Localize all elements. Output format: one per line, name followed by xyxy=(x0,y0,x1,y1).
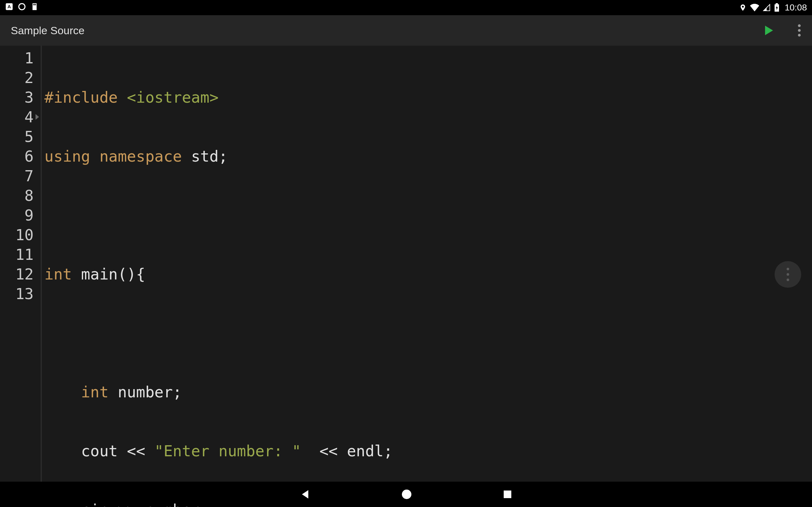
svg-rect-3 xyxy=(33,4,34,5)
token-plain: main(){ xyxy=(72,265,145,283)
sd-card-icon xyxy=(31,3,39,13)
token-plain: cout << xyxy=(81,442,154,460)
svg-point-9 xyxy=(798,24,801,27)
token-plain: number; xyxy=(108,383,182,401)
code-line[interactable] xyxy=(44,205,812,225)
status-left: A xyxy=(5,3,39,13)
line-number: 4 xyxy=(0,107,41,127)
line-number: 13 xyxy=(0,284,41,303)
token-keyword: using xyxy=(44,147,90,165)
svg-point-10 xyxy=(798,29,801,32)
code-line[interactable]: #include <iostream> xyxy=(44,88,812,107)
svg-point-11 xyxy=(798,34,801,37)
keyboard-icon: A xyxy=(5,3,13,13)
token-keyword: int xyxy=(81,383,109,401)
line-number: 11 xyxy=(0,245,41,264)
code-line[interactable]: cin >> number; xyxy=(44,500,812,507)
line-number: 3 xyxy=(0,88,41,107)
battery-icon xyxy=(774,3,780,12)
overflow-menu-button[interactable] xyxy=(798,24,801,37)
svg-rect-5 xyxy=(35,4,36,5)
svg-rect-4 xyxy=(34,4,35,5)
code-editor[interactable]: 1 2 3 4 5 6 7 8 9 10 11 12 13 #include <… xyxy=(0,46,812,482)
svg-point-2 xyxy=(19,3,25,10)
status-bar: A 10:08 xyxy=(0,0,812,15)
page-title: Sample Source xyxy=(11,24,84,37)
svg-point-6 xyxy=(742,6,744,8)
line-number: 1 xyxy=(0,48,41,68)
token-keyword: namespace xyxy=(99,147,182,165)
code-line[interactable]: using namespace std; xyxy=(44,147,812,166)
line-number: 7 xyxy=(0,166,41,186)
wifi-icon xyxy=(750,4,759,11)
more-vert-icon xyxy=(786,268,789,281)
code-area[interactable]: #include <iostream> using namespace std;… xyxy=(42,46,812,482)
token-header: <iostream> xyxy=(127,89,218,106)
fold-marker-icon[interactable] xyxy=(36,114,39,120)
token-string: "Enter number: " xyxy=(154,442,301,460)
circle-icon xyxy=(18,3,26,13)
svg-text:A: A xyxy=(8,4,11,9)
token-plain: std; xyxy=(182,147,228,165)
line-number: 10 xyxy=(0,225,41,245)
floating-action-button[interactable] xyxy=(774,261,801,288)
token-plain xyxy=(44,442,81,460)
token-plain: cin >> number; xyxy=(81,501,210,507)
status-right: 10:08 xyxy=(739,3,807,13)
token-plain xyxy=(44,501,81,507)
token-keyword: int xyxy=(44,265,72,283)
line-number: 12 xyxy=(0,264,41,284)
code-line[interactable]: int number; xyxy=(44,382,812,402)
status-time: 10:08 xyxy=(785,3,807,13)
line-number: 5 xyxy=(0,127,41,147)
line-number: 6 xyxy=(0,147,41,166)
svg-rect-8 xyxy=(775,3,778,4)
run-button[interactable] xyxy=(762,24,774,37)
code-line[interactable]: int main(){ xyxy=(44,264,812,284)
toolbar-actions xyxy=(762,24,801,37)
token-preproc: #include xyxy=(44,89,118,106)
cell-signal-icon xyxy=(763,4,771,11)
line-number: 9 xyxy=(0,205,41,225)
app-toolbar: Sample Source xyxy=(0,15,812,46)
line-number: 8 xyxy=(0,186,41,205)
code-line[interactable] xyxy=(44,323,812,343)
line-number: 2 xyxy=(0,68,41,88)
token-plain xyxy=(44,383,81,401)
code-line[interactable]: cout << "Enter number: " << endl; xyxy=(44,441,812,461)
line-number-gutter: 1 2 3 4 5 6 7 8 9 10 11 12 13 xyxy=(0,46,41,482)
location-icon xyxy=(739,4,747,11)
token-plain: << endl; xyxy=(301,442,393,460)
